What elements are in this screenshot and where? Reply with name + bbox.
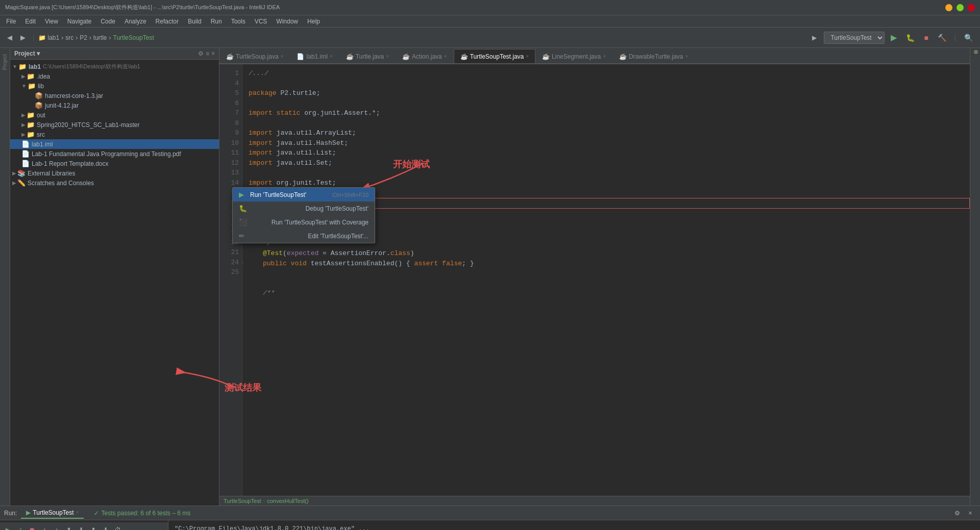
stop-tests-icon[interactable]: ⏹ (27, 524, 38, 531)
menu-analyze[interactable]: Analyze (120, 17, 151, 26)
breadcrumb-lab1[interactable]: 📁 lab1 (38, 34, 59, 41)
tab-drawableturtle[interactable]: ☕ DrawableTurtle.java × (612, 49, 695, 63)
gear-icon[interactable]: ⚙ (198, 50, 204, 57)
toggle-pass-icon[interactable]: ✓ (14, 524, 26, 531)
run-output[interactable]: "C:\Program Files\Java\jdk1.8.0_221\bin\… (168, 520, 980, 530)
menu-code[interactable]: Code (96, 17, 119, 26)
breadcrumb-method[interactable]: convexHullTest() (267, 498, 308, 504)
menu-navigate[interactable]: Navigate (63, 17, 95, 26)
tree-idea[interactable]: ▶ 📁 .idea (10, 71, 219, 81)
tree-hamcrest[interactable]: 📦 hamcrest-core-1.3.jar (10, 91, 219, 100)
code-line-7 (249, 118, 970, 129)
scratches-icon: ✏️ (17, 179, 26, 187)
code-editor[interactable]: 1 4 5 6 7 8 9 10 11 12 13 14 15 16 17 1 (219, 64, 970, 496)
sort2-icon[interactable]: ↕ (51, 524, 62, 531)
tab-icon-turtlesoup: ☕ (226, 53, 234, 60)
tab-close-drawableturtle[interactable]: × (685, 54, 688, 59)
tab-close-action[interactable]: × (444, 54, 447, 59)
sort-icon[interactable]: ↕ (39, 524, 50, 531)
menu-help[interactable]: Help (303, 17, 324, 26)
menu-edit[interactable]: Edit (21, 17, 40, 26)
editor-area: ☕ TurtleSoup.java × 📄 lab1.iml × ☕ Turtl… (219, 48, 970, 506)
close-button[interactable] (968, 4, 975, 11)
tab-action[interactable]: ☕ Action.java × (396, 49, 454, 63)
tree-extlib[interactable]: ▶ 📚 External Libraries (10, 168, 219, 178)
tab-icon-action: ☕ (402, 53, 410, 60)
breadcrumb-turtle[interactable]: turtle (93, 34, 107, 41)
collapse-icon[interactable]: ⬆ (63, 524, 75, 531)
stop-button[interactable]: ■ (921, 32, 931, 43)
tree-lab1[interactable]: ▼ 📁 lab1 C:\Users\15894\Desktop\软件构造\lab… (10, 62, 219, 71)
tab-icon-turtle: ☕ (346, 53, 354, 60)
code-line-9: import java.util.HashSet; (249, 138, 970, 148)
tree-doc[interactable]: 📄 Lab-1 Report Template.docx (10, 159, 219, 168)
close-panel-icon[interactable]: × (211, 50, 215, 57)
run-tab-turtlesouptest[interactable]: ▶ TurtleSoupTest × (21, 508, 84, 519)
tree-pdf[interactable]: 📄 Lab-1 Fundamental Java Programming and… (10, 149, 219, 159)
cog-icon[interactable]: ≡ (206, 50, 209, 57)
build-button[interactable]: 🔨 (935, 32, 949, 43)
breadcrumb-turtlesouptest[interactable]: TurtleSoupTest (113, 34, 154, 41)
context-coverage-label: Run 'TurtleSoupTest' with Coverage (272, 219, 369, 226)
menu-vcs[interactable]: VCS (251, 17, 272, 26)
tab-icon-drawableturtle: ☕ (619, 53, 627, 60)
next-fail-icon[interactable]: ⬇ (100, 524, 111, 531)
tab-close-lab1[interactable]: × (330, 54, 333, 59)
settings-icon[interactable]: ⚙ (951, 508, 963, 519)
tree-lib[interactable]: ▼ 📁 lib (10, 81, 219, 91)
minimize-button[interactable] (945, 4, 952, 11)
tab-linesegment[interactable]: ☕ LineSegment.java × (535, 49, 612, 63)
tree-spring[interactable]: ▶ 📁 Spring2020_HITCS_SC_Lab1-master (10, 120, 219, 130)
context-run[interactable]: ▶ Run 'TurtleSoupTest' Ctrl+Shift+F10 (233, 188, 375, 201)
toolbar-back-button[interactable]: ◀ (4, 32, 15, 43)
expand-arrow-idea: ▶ (21, 73, 26, 79)
breadcrumb-p2[interactable]: P2 (80, 34, 87, 41)
tab-turtlesoup[interactable]: ☕ TurtleSoup.java × (219, 49, 290, 63)
code-lines[interactable]: /.../ package P2.turtle; import static o… (242, 64, 970, 496)
tab-turtlesouptest[interactable]: ☕ TurtleSoupTest.java × (454, 49, 535, 63)
tab-close-turtlesoup[interactable]: × (281, 54, 284, 59)
menu-refactor[interactable]: Refactor (152, 17, 183, 26)
menu-tools[interactable]: Tools (227, 17, 250, 26)
prev-fail-icon[interactable]: ⬆ (88, 524, 99, 531)
project-strip-label[interactable]: Project (2, 54, 8, 70)
tab-turtle[interactable]: ☕ Turtle.java × (339, 49, 396, 63)
run-button[interactable]: ▶ (888, 31, 900, 44)
search-button[interactable]: 🔍 (961, 32, 976, 43)
tree-src[interactable]: ▶ 📁 src (10, 130, 219, 139)
run-config-selector[interactable]: TurtleSoupTest (824, 32, 885, 44)
extlib-icon: 📚 (17, 169, 26, 177)
breadcrumb-src[interactable]: src (65, 34, 74, 41)
tab-close-linesegment[interactable]: × (603, 54, 606, 59)
tree-out[interactable]: ▶ 📁 out (10, 110, 219, 120)
project-panel: Project ▾ ⚙ ≡ × ▼ 📁 lab1 C:\Users\15894\… (10, 48, 219, 506)
tab-close-turtle[interactable]: × (386, 54, 389, 59)
tab-label-linesegment: LineSegment.java (552, 53, 601, 60)
tab-close-turtlesouptest[interactable]: × (526, 54, 529, 59)
menu-file[interactable]: File (2, 17, 20, 26)
menu-build[interactable]: Build (184, 17, 206, 26)
context-coverage[interactable]: ⬛ Run 'TurtleSoupTest' with Coverage (233, 215, 375, 229)
tab-label-turtlesouptest: TurtleSoupTest.java (470, 53, 524, 60)
menu-view[interactable]: View (41, 17, 62, 26)
tree-lab1iml[interactable]: 📄 lab1.iml (10, 139, 219, 149)
run-tab-close[interactable]: × (76, 510, 79, 515)
context-edit[interactable]: ✏ Edit 'TurtleSoupTest'... (233, 229, 375, 243)
breadcrumb-bar: TurtleSoupTest › convexHullTest() (219, 496, 970, 506)
tree-junit[interactable]: 📦 junit-4.12.jar (10, 100, 219, 110)
toolbar-forward-button[interactable]: ▶ (17, 32, 29, 43)
close-panel-icon[interactable]: × (965, 508, 976, 519)
project-panel-title: Project ▾ (14, 50, 40, 57)
breadcrumb-class[interactable]: TurtleSoupTest (224, 498, 261, 504)
maximize-button[interactable] (957, 4, 964, 11)
tree-scratches[interactable]: ▶ ✏️ Scratches and Consoles (10, 178, 219, 188)
run-tests-icon[interactable]: ▶ (2, 524, 13, 531)
tab-lab1[interactable]: 📄 lab1.iml × (290, 49, 339, 63)
expand-icon[interactable]: ⬇ (76, 524, 87, 531)
iml-icon: 📄 (21, 140, 30, 148)
menu-window[interactable]: Window (272, 17, 302, 26)
menu-run[interactable]: Run (207, 17, 226, 26)
filter-icon[interactable]: ⏱ (112, 524, 124, 531)
context-debug[interactable]: 🐛 Debug 'TurtleSoupTest' (233, 201, 375, 215)
debug-button[interactable]: 🐛 (903, 32, 918, 43)
